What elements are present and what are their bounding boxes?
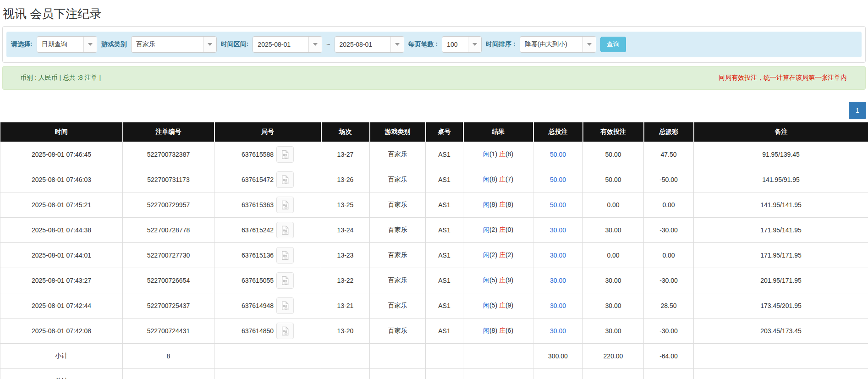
- cell-table-no: AS1: [426, 192, 463, 218]
- cell-payout: 0.00: [644, 192, 694, 218]
- cell-payout: -30.00: [644, 268, 694, 293]
- video-replay-button[interactable]: [276, 297, 294, 314]
- cell-remark: 141.95/91.95: [694, 167, 868, 192]
- result-banker-num: (8): [505, 201, 513, 208]
- total-bet-link[interactable]: 50.00: [550, 151, 566, 158]
- round-id-text: 637615242: [242, 226, 274, 234]
- cell-result: 闲(8) 庄(7): [463, 167, 533, 192]
- video-replay-button[interactable]: [276, 323, 294, 339]
- cell-game-category: 百家乐: [370, 319, 426, 344]
- summary-label: 总计: [0, 369, 123, 379]
- round-id-group: 637615055: [242, 272, 294, 289]
- result-player: 闲: [483, 150, 489, 158]
- game-category-select[interactable]: 百家乐: [131, 36, 217, 53]
- result-banker-num: (6): [505, 327, 513, 334]
- round-id-text: 637615472: [242, 176, 274, 183]
- round-id-text: 637614948: [242, 302, 274, 309]
- summary-count: 8: [123, 344, 214, 369]
- time-sort-select[interactable]: 降幂(由大到小): [520, 36, 596, 53]
- result-banker: 庄: [499, 251, 505, 258]
- cell-total-bet: 30.00: [533, 293, 583, 319]
- round-id-group: 637615363: [242, 197, 294, 213]
- video-replay-button[interactable]: [276, 247, 294, 264]
- summary-label: 小计: [0, 344, 123, 369]
- cell-total-bet: 50.00: [533, 142, 583, 167]
- search-button[interactable]: 查询: [600, 37, 626, 52]
- summary-empty: [370, 369, 426, 379]
- column-header-0: 时间: [0, 122, 123, 142]
- cell-table-no: AS1: [426, 167, 463, 192]
- total-bet-link[interactable]: 50.00: [550, 176, 566, 183]
- summary-empty: [463, 344, 533, 369]
- video-file-icon: [280, 200, 290, 210]
- chevron-down-icon: [468, 37, 481, 52]
- chevron-down-icon: [582, 37, 596, 52]
- query-type-select[interactable]: 日期查询: [37, 36, 97, 53]
- table-row: 2025-08-01 07:44:01522700727730637615136…: [0, 243, 868, 268]
- summary-count: 8: [123, 369, 214, 379]
- cell-session: 13-22: [321, 268, 370, 293]
- summary-empty: [321, 344, 370, 369]
- round-id-group: 637615588: [242, 146, 294, 163]
- cell-session: 13-26: [321, 167, 370, 192]
- page-1-button[interactable]: 1: [849, 102, 866, 119]
- date-from-select[interactable]: 2025-08-01: [253, 36, 322, 53]
- video-replay-button[interactable]: [276, 171, 294, 188]
- date-to-select[interactable]: 2025-08-01: [335, 36, 404, 53]
- result-banker: 庄: [499, 327, 505, 334]
- cell-session: 13-20: [321, 319, 370, 344]
- cell-round-id: 637615055: [214, 268, 321, 293]
- summary-alert: 币别 : 人民币 | 总共 :8 注单 | 同局有效投注，统一计算在该局第一张注…: [2, 66, 866, 90]
- result-banker-num: (2): [505, 251, 513, 258]
- summary-empty: [321, 369, 370, 379]
- total-bet-link[interactable]: 30.00: [550, 302, 566, 309]
- total-bet-link[interactable]: 30.00: [550, 277, 566, 284]
- video-file-icon: [280, 301, 290, 311]
- total-bet-link[interactable]: 30.00: [550, 327, 566, 335]
- table-header-row: 时间注单编号局号场次游戏类别桌号结果总投注有效投注总派彩备注: [0, 122, 868, 142]
- cell-result: 闲(2) 庄(2): [463, 243, 533, 268]
- date-from-value: 2025-08-01: [253, 41, 308, 48]
- result-player: 闲: [483, 276, 489, 284]
- cell-payout: -50.00: [644, 167, 694, 192]
- total-bet-link[interactable]: 30.00: [550, 252, 566, 259]
- page-size-value: 100: [442, 41, 468, 48]
- summary-empty: [463, 369, 533, 379]
- video-replay-button[interactable]: [276, 146, 294, 163]
- date-to-value: 2025-08-01: [335, 41, 390, 48]
- summary-empty: [694, 344, 868, 369]
- table-row: 2025-08-01 07:44:38522700728778637615242…: [0, 218, 868, 243]
- chevron-down-icon: [390, 37, 404, 52]
- cell-bet-id: 522700731173: [123, 167, 214, 192]
- result-player: 闲: [483, 302, 489, 309]
- cell-bet-id: 522700724431: [123, 319, 214, 344]
- cell-game-category: 百家乐: [370, 142, 426, 167]
- video-replay-button[interactable]: [276, 197, 294, 213]
- video-replay-button[interactable]: [276, 222, 294, 238]
- table-row: 2025-08-01 07:46:03522700731173637615472…: [0, 167, 868, 192]
- page-size-select[interactable]: 100: [442, 36, 482, 53]
- table-body: 2025-08-01 07:46:45522700732387637615588…: [0, 142, 868, 379]
- cell-remark: 91.95/139.45: [694, 142, 868, 167]
- result-player-num: (8): [489, 176, 499, 183]
- column-header-8: 有效投注: [583, 122, 644, 142]
- chevron-down-icon: [203, 37, 216, 52]
- chevron-down-icon: [308, 37, 322, 52]
- cell-time: 2025-08-01 07:46:45: [0, 142, 123, 167]
- round-id-group: 637614948: [242, 297, 294, 314]
- cell-session: 13-27: [321, 142, 370, 167]
- total-bet-link[interactable]: 50.00: [550, 201, 566, 209]
- cell-result: 闲(5) 庄(9): [463, 268, 533, 293]
- cell-table-no: AS1: [426, 142, 463, 167]
- result-player: 闲: [483, 176, 489, 183]
- cell-valid-bet: 0.00: [583, 192, 644, 218]
- column-header-9: 总派彩: [644, 122, 694, 142]
- video-replay-button[interactable]: [276, 272, 294, 289]
- summary-valid-bet: 220.00: [583, 344, 644, 369]
- cell-session: 13-25: [321, 192, 370, 218]
- column-header-1: 注单编号: [123, 122, 214, 142]
- video-file-icon: [280, 150, 290, 159]
- result-player-num: (5): [489, 302, 499, 309]
- total-bet-link[interactable]: 30.00: [550, 226, 566, 234]
- cell-table-no: AS1: [426, 243, 463, 268]
